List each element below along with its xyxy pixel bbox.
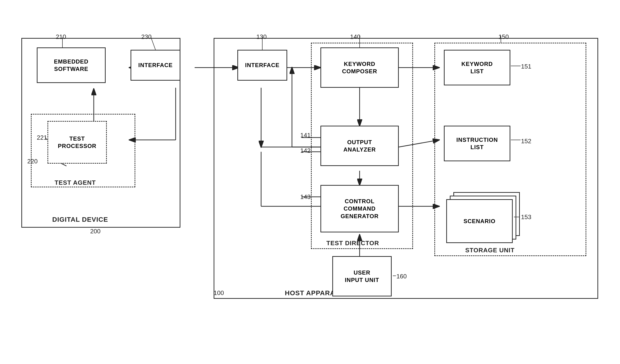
ref-230: 230 <box>141 33 152 41</box>
output-analyzer-box: OUTPUT ANALYZER <box>320 126 399 166</box>
test-agent-label: TEST AGENT <box>55 179 96 186</box>
instruction-list-box: INSTRUCTION LIST <box>444 126 510 161</box>
ref-140: 140 <box>350 33 360 41</box>
scenario-box: SCENARIO <box>446 199 513 243</box>
ref-142: 142 <box>300 147 310 154</box>
ref-143: 143 <box>300 193 310 201</box>
ref-220: 220 <box>27 158 37 165</box>
embedded-software-box: EMBEDDED SOFTWARE <box>37 47 106 83</box>
test-processor-box: TEST PROCESSOR <box>47 121 107 164</box>
diagram: DIGITAL DEVICE 200 EMBEDDED SOFTWARE 210… <box>0 0 620 364</box>
ref-200: 200 <box>90 228 100 235</box>
interface-left-box: INTERFACE <box>131 50 180 81</box>
ref-152: 152 <box>521 138 531 145</box>
ref-141: 141 <box>300 131 310 139</box>
ref-130: 130 <box>256 33 266 41</box>
ref-150: 150 <box>498 33 509 41</box>
ref-221: 221 <box>37 134 47 141</box>
digital-device-label: DIGITAL DEVICE <box>52 216 108 223</box>
ref-100: 100 <box>214 289 224 297</box>
keyword-composer-box: KEYWORD COMPOSER <box>320 47 399 88</box>
storage-unit-label: STORAGE UNIT <box>465 247 515 254</box>
ref-210: 210 <box>56 33 66 41</box>
ref-153: 153 <box>521 213 531 221</box>
test-director-label: TEST DIRECTOR <box>326 239 379 247</box>
control-command-box: CONTROL COMMAND GENERATOR <box>320 185 399 233</box>
ref-151: 151 <box>521 63 531 70</box>
keyword-list-box: KEYWORD LIST <box>444 50 510 85</box>
ref-160: 160 <box>396 273 407 280</box>
interface-host-box: INTERFACE <box>237 50 287 81</box>
user-input-box: USER INPUT UNIT <box>332 256 392 296</box>
